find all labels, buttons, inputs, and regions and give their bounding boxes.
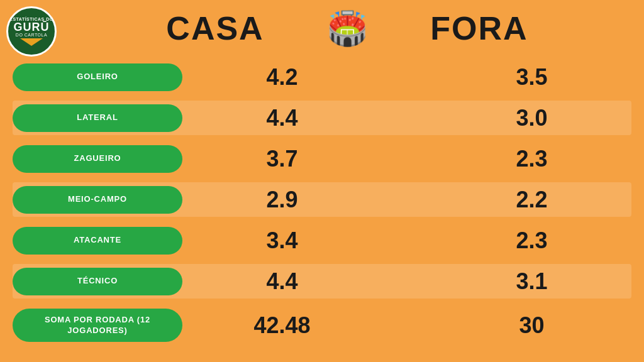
logo-arrow-icon bbox=[20, 38, 43, 46]
row-label-col: TÉCNICO bbox=[13, 268, 182, 295]
logo-sub-text: DO CARTOLA bbox=[16, 33, 47, 37]
fora-value: 2.2 bbox=[432, 187, 631, 213]
stadium-icon: 🏟️ bbox=[327, 12, 368, 45]
fora-value: 3.1 bbox=[432, 268, 631, 295]
casa-value: 4.4 bbox=[182, 105, 382, 131]
fora-label: FORA bbox=[430, 9, 528, 47]
position-label: TÉCNICO bbox=[13, 268, 182, 295]
casa-value: 42.48 bbox=[182, 312, 382, 339]
fora-value: 30 bbox=[432, 312, 631, 339]
casa-label: CASA bbox=[166, 9, 264, 47]
position-label: ZAGUEIRO bbox=[13, 145, 182, 173]
position-label: LATERAL bbox=[13, 104, 182, 132]
casa-value: 3.7 bbox=[182, 146, 382, 172]
fora-value: 2.3 bbox=[432, 228, 631, 254]
position-label: ATACANTE bbox=[13, 227, 182, 255]
logo-main-text: GURŪ bbox=[14, 21, 50, 33]
position-label: SOMA POR RODADA (12 JOGADORES) bbox=[13, 309, 182, 343]
fora-value: 2.3 bbox=[432, 146, 631, 172]
casa-value: 4.2 bbox=[182, 64, 382, 90]
table-row: ZAGUEIRO 3.7 2.3 bbox=[13, 141, 631, 176]
data-table: GOLEIRO 4.2 3.5 LATERAL 4.4 3.0 ZAGUEIRO… bbox=[0, 60, 644, 346]
row-label-col: ZAGUEIRO bbox=[13, 145, 182, 173]
header-icon: 🏟️ bbox=[309, 12, 385, 45]
fora-value: 3.5 bbox=[432, 64, 631, 90]
row-label-col: ATACANTE bbox=[13, 227, 182, 255]
casa-value: 4.4 bbox=[182, 268, 382, 295]
row-label-col: MEIO-CAMPO bbox=[13, 186, 182, 214]
casa-value: 2.9 bbox=[182, 187, 382, 213]
table-row: ATACANTE 3.4 2.3 bbox=[13, 223, 631, 258]
row-label-col: LATERAL bbox=[13, 104, 182, 132]
table-row: LATERAL 4.4 3.0 bbox=[13, 101, 631, 135]
header-fora: FORA bbox=[385, 9, 574, 47]
fora-value: 3.0 bbox=[432, 105, 631, 131]
table-row: MEIO-CAMPO 2.9 2.2 bbox=[13, 182, 631, 217]
header-casa: CASA bbox=[121, 9, 309, 47]
position-label: GOLEIRO bbox=[13, 63, 182, 91]
logo: ESTATÍSTICAS DO GURŪ DO CARTOLA bbox=[6, 6, 57, 57]
casa-value: 3.4 bbox=[182, 228, 382, 254]
table-row: GOLEIRO 4.2 3.5 bbox=[13, 60, 631, 94]
row-label-col: SOMA POR RODADA (12 JOGADORES) bbox=[13, 309, 182, 343]
table-row: SOMA POR RODADA (12 JOGADORES) 42.48 30 bbox=[13, 305, 631, 346]
position-label: MEIO-CAMPO bbox=[13, 186, 182, 214]
table-header: CASA 🏟️ FORA bbox=[50, 0, 644, 47]
table-row: TÉCNICO 4.4 3.1 bbox=[13, 264, 631, 299]
row-label-col: GOLEIRO bbox=[13, 63, 182, 91]
